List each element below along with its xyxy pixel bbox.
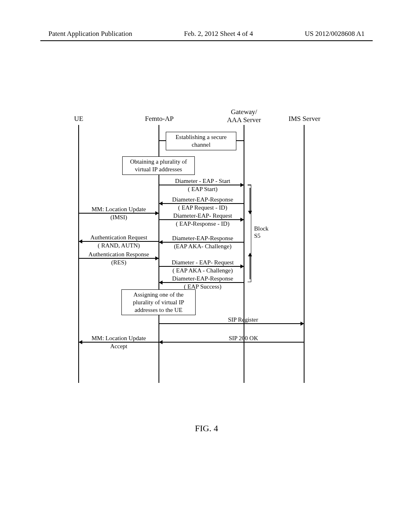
- bracket-top-stem: [250, 188, 250, 211]
- label-eap-req2: Diameter - EAP- Request: [161, 259, 244, 266]
- label-loc-accept: MM: Location Update: [79, 335, 159, 342]
- label-loc-accept-sub: Accept: [79, 343, 159, 350]
- box-obtain-ip: Obtaining a plurality of virtual IP addr…: [122, 156, 195, 175]
- label-eap-resp2-sub: (EAP AKA- Challenge): [161, 243, 244, 250]
- label-eap-resp1: Diameter-EAP-Response: [161, 196, 244, 203]
- label-sip-200ok: SIP 200 OK: [198, 335, 258, 342]
- header-center: Feb. 2, 2012 Sheet 4 of 4: [184, 30, 253, 38]
- sequence-diagram: UE Femto-AP Gateway/ AAA Server IMS Serv…: [69, 113, 343, 391]
- conn-femto-box1: [159, 140, 166, 141]
- lifeline-gateway: [244, 125, 244, 383]
- figure-caption: FIG. 4: [0, 423, 413, 434]
- label-eap-start-sub: ( EAP Start): [161, 185, 244, 193]
- label-loc-update-sub: (IMSI): [79, 214, 159, 221]
- msg-sip-200ok: [159, 342, 304, 343]
- label-eap-req1: Diameter-EAP- Request: [161, 212, 244, 219]
- box-secure-channel: Establishing a secure channel: [166, 132, 236, 150]
- label-auth-req-sub: ( RAND, AUTN): [79, 242, 159, 249]
- actor-ims: IMS Server: [282, 115, 327, 123]
- conn-gateway-box1: [236, 140, 244, 141]
- header-rule: [40, 40, 373, 41]
- actor-gateway: Gateway/ AAA Server: [222, 108, 266, 124]
- msg-sip-register: [159, 323, 304, 324]
- label-eap-resp2: Diameter-EAP-Response: [161, 235, 244, 242]
- label-sip-register: SIP Register: [198, 316, 258, 323]
- label-auth-resp-sub: (RES): [79, 259, 159, 266]
- page-header: Patent Application Publication Feb. 2, 2…: [0, 30, 413, 38]
- actor-femto: Femto-AP: [139, 115, 179, 123]
- label-block: Block S5: [254, 225, 278, 239]
- bracket-bot-stem: [250, 256, 250, 279]
- label-auth-resp: Authentication Response: [79, 251, 159, 258]
- label-eap-resp3: Diameter-EAP-Response: [161, 275, 244, 282]
- label-auth-req: Authentication Request: [79, 234, 159, 241]
- label-eap-start: Diameter - EAP - Start: [161, 177, 244, 185]
- box-assign-ip: Assigning one of the plurality of virtua…: [121, 289, 196, 315]
- label-eap-resp1-sub: ( EAP Request - ID): [161, 204, 244, 211]
- bracket-top-arrow: [248, 211, 252, 214]
- actor-ue: UE: [69, 115, 89, 123]
- label-eap-req2-sub: ( EAP AKA - Challenge): [161, 267, 244, 274]
- bracket-bot-arrow: [248, 253, 252, 256]
- header-right: US 2012/0028608 A1: [305, 30, 365, 38]
- header-left: Patent Application Publication: [48, 30, 132, 38]
- lifeline-ims: [304, 125, 305, 383]
- label-loc-update: MM: Location Update: [79, 206, 159, 213]
- label-eap-req1-sub: ( EAP-Response - ID): [161, 220, 244, 227]
